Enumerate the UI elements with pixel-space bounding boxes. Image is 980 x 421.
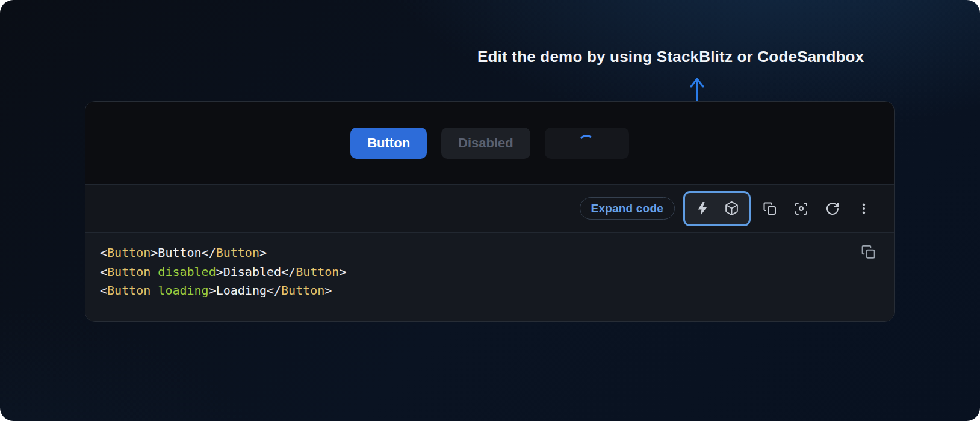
- demo-button-disabled: Disabled: [441, 128, 530, 159]
- annotation-text: Edit the demo by using StackBlitz or Cod…: [477, 48, 864, 66]
- isolate-icon[interactable]: [789, 197, 813, 221]
- code-block: <Button>Button</Button><Button disabled>…: [100, 244, 879, 301]
- code-line: <Button>Button</Button>: [100, 244, 879, 263]
- loading-spinner-icon: [578, 134, 596, 152]
- docs-demo-page: Edit the demo by using StackBlitz or Cod…: [0, 0, 980, 421]
- code-line: <Button disabled>Disabled</Button>: [100, 263, 879, 282]
- demo-preview-area: Button Disabled: [85, 102, 894, 184]
- codesandbox-cube-icon[interactable]: [724, 201, 739, 217]
- edit-demo-highlight-box: [683, 191, 751, 226]
- copy-icon[interactable]: [758, 197, 782, 221]
- expand-code-button[interactable]: Expand code: [580, 197, 675, 220]
- code-line: <Button loading>Loading</Button>: [100, 281, 879, 301]
- copy-code-icon[interactable]: [859, 242, 878, 262]
- demo-toolbar: Expand code: [85, 184, 894, 232]
- more-icon[interactable]: [852, 197, 876, 221]
- code-block-area: <Button>Button</Button><Button disabled>…: [85, 232, 894, 321]
- demo-button-loading[interactable]: [545, 128, 629, 159]
- stackblitz-lightning-icon[interactable]: [695, 201, 710, 217]
- demo-button-primary[interactable]: Button: [350, 128, 427, 159]
- demo-panel: Button Disabled Expand code: [85, 101, 895, 322]
- refresh-icon[interactable]: [820, 197, 845, 221]
